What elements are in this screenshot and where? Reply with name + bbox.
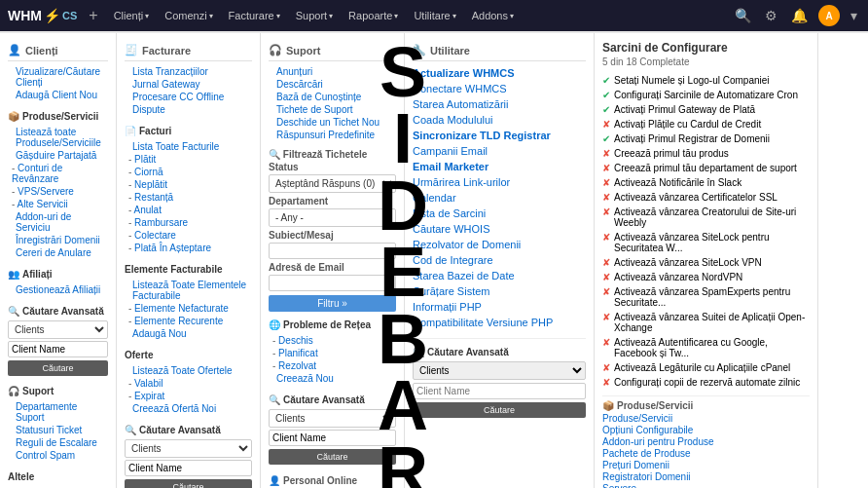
cautare-whois-link[interactable]: Căutare WHOIS [413, 221, 586, 237]
chevron-down-icon[interactable]: ▾ [848, 8, 860, 23]
utilitare-name-input[interactable] [413, 383, 586, 399]
statusuri-ticket-link[interactable]: Statusuri Ticket [8, 424, 108, 436]
deschis-link[interactable]: Deschis [269, 334, 396, 347]
search-icon[interactable]: 🔍 [732, 8, 754, 23]
subject-input[interactable] [269, 243, 396, 259]
tichete-suport-link[interactable]: Tichete de Suport [269, 103, 396, 116]
ciorna-link[interactable]: Ciornă [125, 166, 252, 178]
dispute-link[interactable]: Dispute [125, 103, 252, 116]
colectare-link[interactable]: Colectare [125, 229, 252, 242]
lista-toate-facturile-link[interactable]: Lista Toate Facturile [125, 140, 252, 153]
compatibilitate-php-link[interactable]: Compatibilitate Versiune PHP [413, 315, 586, 330]
addon-serviciu-link[interactable]: Addon-uri de Serviciu [8, 210, 108, 234]
nav-rapoarte[interactable]: Rapoarte ▾ [343, 0, 404, 31]
cereri-anulare-link[interactable]: Cereri de Anulare [8, 246, 108, 259]
neplatit-link[interactable]: Neplătit [125, 178, 252, 191]
rezolvator-domenii-link[interactable]: Rezolvator de Domenii [413, 237, 586, 252]
clienti-search-button[interactable]: Căutare [8, 360, 108, 376]
preturi-domenii-link[interactable]: Prețuri Domenii [602, 460, 810, 470]
anunturi-link[interactable]: Anunțuri [269, 65, 396, 78]
gestioneaza-afiliati-link[interactable]: Gestionează Afiliații [8, 283, 108, 296]
plata-asteptare-link[interactable]: Plată În Așteptare [125, 242, 252, 254]
optiuni-configurabile-link[interactable]: Opțiuni Configurabile [602, 425, 810, 435]
expirat-link[interactable]: Expirat [125, 390, 252, 402]
email-marketer-link[interactable]: Email Marketer [413, 159, 586, 174]
deschide-tichet-link[interactable]: Deschide un Tichet Nou [269, 116, 396, 129]
gear-icon[interactable]: ⚙ [762, 8, 780, 23]
conectare-whmcs-link[interactable]: Conectare WHMCS [413, 81, 586, 96]
facturare-type-select[interactable]: Clients [125, 439, 252, 458]
pachete-produse-link[interactable]: Pachete de Produse [602, 448, 810, 459]
listezi-oferte-link[interactable]: Listează Toate Ofertele [125, 364, 252, 377]
anulat-link[interactable]: Anulat [125, 204, 252, 216]
nav-facturare[interactable]: Facturare ▾ [223, 0, 286, 31]
curatare-sistem-link[interactable]: Curățare Sistem [413, 283, 586, 299]
email-input[interactable] [269, 275, 396, 291]
addon-produse-link[interactable]: Addon-uri pentru Produse [602, 436, 810, 447]
baza-cunostinte-link[interactable]: Bază de Cunoștințe [269, 91, 396, 103]
add-button[interactable]: + [89, 7, 97, 24]
informatii-php-link[interactable]: Informații PHP [413, 299, 586, 315]
campanii-email-link[interactable]: Campanii Email [413, 143, 586, 159]
suport-name-input[interactable] [269, 430, 396, 446]
rezolvat-link[interactable]: Rezolvat [269, 359, 396, 372]
filtru-button[interactable]: Filtru » [269, 295, 396, 312]
control-spam-link[interactable]: Control Spam [8, 449, 108, 462]
conturi-revanzare-link[interactable]: Conturi de Revânzare [8, 162, 108, 185]
creeaza-oferta-link[interactable]: Creează Ofertă Noi [125, 402, 252, 415]
nav-clienti[interactable]: Clienți ▾ [108, 0, 156, 31]
raspunsuri-predefinite-link[interactable]: Răspunsuri Predefinite [269, 129, 396, 141]
recurente-link[interactable]: Elemente Recurente [125, 315, 252, 327]
inregistrari-link[interactable]: Înregistrări Domenii [8, 234, 108, 246]
urmarirea-link-urilor-link[interactable]: Urmărirea Link-urilor [413, 174, 586, 190]
cod-integrare-link[interactable]: Cod de Integrare [413, 252, 586, 268]
starea-bazei-link[interactable]: Starea Bazei de Date [413, 268, 586, 283]
lista-tranzactii-link[interactable]: Lista Tranzacțiilor [125, 65, 252, 78]
calendar-link[interactable]: Calendar [413, 190, 586, 206]
vps-link[interactable]: VPS/Servere [8, 185, 108, 198]
departamente-link[interactable]: Departamente Suport [8, 400, 108, 424]
facturare-name-input[interactable] [125, 460, 252, 476]
gazduire-link[interactable]: Gășduire Partajată [8, 149, 108, 162]
listezi-produse-link[interactable]: Listează toate Produsele/Serviciile [8, 126, 108, 149]
rambursare-link[interactable]: Rambursare [125, 216, 252, 229]
alte-servicii-link[interactable]: Alte Servicii [8, 198, 108, 210]
suport-search-button[interactable]: Căutare [269, 449, 396, 465]
sincronizare-tld-link[interactable]: Sincronizare TLD Registrar [413, 128, 586, 143]
nav-comenzi[interactable]: Comenzi ▾ [159, 0, 218, 31]
adauga-nou-link[interactable]: Adaugă Nou [125, 327, 252, 340]
suport-type-select[interactable]: Clients [269, 409, 396, 428]
nav-suport[interactable]: Suport ▾ [290, 0, 339, 31]
jurnal-gateway-link[interactable]: Jurnal Gateway [125, 78, 252, 91]
coada-modulului-link[interactable]: Coada Modulului [413, 112, 586, 128]
nav-utilitare[interactable]: Utilitare ▾ [408, 0, 461, 31]
reguli-escalare-link[interactable]: Reguli de Escalare [8, 436, 108, 449]
listezi-elemente-link[interactable]: Listează Toate Elementele Facturabile [125, 279, 252, 302]
clienti-type-select[interactable]: Clients [8, 320, 108, 339]
clienti-name-input[interactable] [8, 341, 108, 357]
lista-sarcini-link[interactable]: Lista de Sarcini [413, 206, 586, 221]
bell-icon[interactable]: 🔔 [788, 8, 811, 23]
valabil-link[interactable]: Valabil [125, 377, 252, 390]
nav-addons[interactable]: Addons ▾ [466, 0, 520, 31]
servere-link[interactable]: Servere [602, 483, 810, 488]
procesare-cc-link[interactable]: Procesare CC Offline [125, 91, 252, 103]
platit-link[interactable]: Plătit [125, 153, 252, 166]
avatar[interactable]: A [818, 5, 840, 26]
logo[interactable]: WHM⚡CS [8, 8, 77, 23]
actualizare-whmcs-link[interactable]: Actualizare WHMCS [413, 65, 586, 81]
creeaza-nou-link[interactable]: Creează Nou [269, 372, 396, 385]
status-select[interactable]: Așteptând Răspuns (0) [269, 174, 396, 193]
starea-automatizarii-link[interactable]: Starea Automatizării [413, 96, 586, 112]
department-select[interactable]: - Any - [269, 208, 396, 227]
planificat-link[interactable]: Planificat [269, 347, 396, 359]
clienti-adauga-link[interactable]: Adaugă Client Nou [8, 89, 108, 101]
produse-servicii-link[interactable]: Produse/Servicii [602, 413, 810, 424]
utilitare-search-button[interactable]: Căutare [413, 402, 586, 418]
facturare-search-button[interactable]: Căutare [125, 479, 252, 488]
registratori-domenii-link[interactable]: Registratori Domenii [602, 471, 810, 482]
descarcari-link[interactable]: Descărcări [269, 78, 396, 91]
clienti-vizualizare-link[interactable]: Vizualizare/Căutare Clienți [8, 65, 108, 89]
utilitare-type-select[interactable]: Clients [413, 361, 586, 380]
restanta-link[interactable]: Restanță [125, 191, 252, 204]
